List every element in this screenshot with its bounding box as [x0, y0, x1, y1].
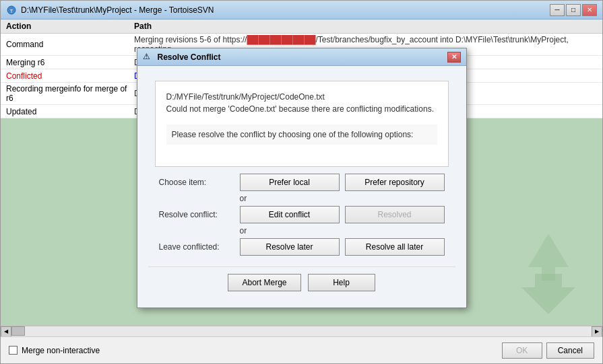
conflict-message: Could not merge 'CodeOne.txt' because th…: [166, 104, 437, 114]
content-area: Action Path Command Merging revisions 5-…: [1, 20, 602, 336]
prefer-repository-button[interactable]: Prefer repository: [345, 174, 445, 191]
leave-conflicted-row: Leave conflicted: Resolve later Resolve …: [159, 238, 445, 256]
title-bar: T D:\MYFile\Test\trunk\MyProject - Merge…: [1, 1, 602, 20]
options-section: Choose item: Prefer local Prefer reposit…: [148, 174, 455, 264]
right-controls: OK Cancel: [502, 342, 594, 359]
dialog-title: Resolve Conflict: [158, 52, 447, 62]
merge-non-interactive-checkbox[interactable]: [9, 346, 18, 355]
or-divider-1: or: [159, 194, 445, 206]
conflict-instructions: Please resolve the conflict by choosing …: [166, 124, 437, 145]
resolve-all-later-button[interactable]: Resolve all later: [345, 238, 445, 256]
cancel-button[interactable]: Cancel: [546, 342, 594, 359]
close-button[interactable]: ✕: [582, 4, 597, 16]
main-window: T D:\MYFile\Test\trunk\MyProject - Merge…: [0, 0, 603, 364]
resolved-button[interactable]: Resolved: [345, 206, 445, 223]
maximize-button[interactable]: □: [566, 4, 581, 16]
resolve-conflict-row: Resolve conflict: Edit conflict Resolved: [159, 206, 445, 223]
bottom-bar: Merge non-interactive OK Cancel: [1, 336, 602, 363]
choose-item-row: Choose item: Prefer local Prefer reposit…: [159, 174, 445, 191]
app-icon: T: [6, 5, 17, 15]
window-title: D:\MYFile\Test\trunk\MyProject - Merge -…: [21, 5, 550, 15]
minimize-button[interactable]: ─: [550, 4, 565, 16]
merge-non-interactive-label: Merge non-interactive: [22, 346, 100, 355]
svg-text:T: T: [10, 8, 13, 14]
or-divider-2: or: [159, 226, 445, 238]
dialog-icon: ⚠: [143, 52, 154, 63]
dialog-actions: Abort Merge Help: [148, 266, 455, 302]
dialog-info-box: D:/MYFile/Test/trunk/MyProject/CodeOne.t…: [155, 81, 449, 167]
left-controls: Merge non-interactive: [9, 346, 100, 355]
ok-button[interactable]: OK: [502, 342, 542, 359]
modal-overlay: ⚠ Resolve Conflict ✕ D:/MYFile/Test/trun…: [1, 20, 602, 336]
resolve-conflict-dialog: ⚠ Resolve Conflict ✕ D:/MYFile/Test/trun…: [137, 48, 467, 308]
dialog-title-bar: ⚠ Resolve Conflict ✕: [137, 48, 466, 66]
window-controls: ─ □ ✕: [550, 4, 597, 16]
leave-conflicted-label: Leave conflicted:: [159, 242, 240, 252]
dialog-close-button[interactable]: ✕: [447, 52, 461, 63]
choose-item-label: Choose item:: [159, 178, 240, 187]
edit-conflict-button[interactable]: Edit conflict: [240, 206, 340, 223]
help-button[interactable]: Help: [308, 274, 375, 291]
resolve-later-button[interactable]: Resolve later: [240, 238, 340, 256]
conflict-file-path: D:/MYFile/Test/trunk/MyProject/CodeOne.t…: [166, 92, 437, 102]
resolve-conflict-label: Resolve conflict:: [159, 210, 240, 219]
prefer-local-button[interactable]: Prefer local: [240, 174, 340, 191]
abort-merge-button[interactable]: Abort Merge: [228, 274, 300, 291]
